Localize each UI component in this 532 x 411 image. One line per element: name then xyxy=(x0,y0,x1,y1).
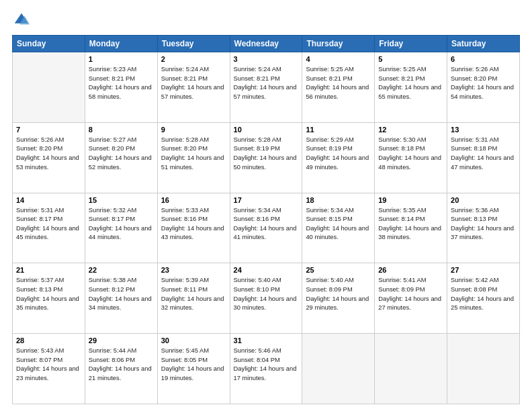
calendar-cell: 29 Sunrise: 5:44 AM Sunset: 8:06 PM Dayl… xyxy=(85,334,157,404)
cell-info: Sunrise: 5:27 AM Sunset: 8:20 PM Dayligh… xyxy=(89,135,154,172)
cell-info: Sunrise: 5:35 AM Sunset: 8:14 PM Dayligh… xyxy=(378,205,443,242)
calendar-day-header: Monday xyxy=(85,36,157,52)
daylight-text: Daylight: 14 hours and 58 minutes. xyxy=(89,83,154,101)
calendar-table: SundayMondayTuesdayWednesdayThursdayFrid… xyxy=(12,35,520,404)
calendar-week-row: 7 Sunrise: 5:26 AM Sunset: 8:20 PM Dayli… xyxy=(13,122,520,193)
day-number: 22 xyxy=(89,266,154,274)
sunrise-text: Sunrise: 5:32 AM xyxy=(89,205,154,215)
daylight-text: Daylight: 14 hours and 21 minutes. xyxy=(89,364,154,382)
cell-info: Sunrise: 5:25 AM Sunset: 8:21 PM Dayligh… xyxy=(378,64,443,101)
calendar-cell: 11 Sunrise: 5:29 AM Sunset: 8:19 PM Dayl… xyxy=(302,122,375,193)
daylight-text: Daylight: 14 hours and 48 minutes. xyxy=(378,153,443,171)
daylight-text: Daylight: 14 hours and 44 minutes. xyxy=(89,224,154,242)
sunset-text: Sunset: 8:17 PM xyxy=(89,214,154,224)
sunset-text: Sunset: 8:12 PM xyxy=(89,285,154,294)
sunrise-text: Sunrise: 5:28 AM xyxy=(161,135,226,144)
day-number: 30 xyxy=(161,336,226,345)
calendar-day-header: Sunday xyxy=(13,36,85,52)
day-number: 18 xyxy=(306,196,371,204)
sunrise-text: Sunrise: 5:24 AM xyxy=(234,64,299,74)
sunset-text: Sunset: 8:09 PM xyxy=(306,285,371,294)
daylight-text: Daylight: 14 hours and 53 minutes. xyxy=(16,153,81,171)
calendar-day-header: Saturday xyxy=(447,36,520,52)
calendar-cell: 6 Sunrise: 5:26 AM Sunset: 8:20 PM Dayli… xyxy=(447,52,520,123)
daylight-text: Daylight: 14 hours and 41 minutes. xyxy=(234,224,299,242)
calendar-cell: 9 Sunrise: 5:28 AM Sunset: 8:20 PM Dayli… xyxy=(157,122,230,193)
sunset-text: Sunset: 8:05 PM xyxy=(161,355,226,365)
sunrise-text: Sunrise: 5:30 AM xyxy=(378,135,443,144)
daylight-text: Daylight: 14 hours and 32 minutes. xyxy=(161,294,226,312)
day-number: 15 xyxy=(89,196,154,204)
calendar-cell: 23 Sunrise: 5:39 AM Sunset: 8:11 PM Dayl… xyxy=(157,263,230,334)
logo xyxy=(12,11,34,30)
day-number: 1 xyxy=(89,55,154,63)
day-number: 8 xyxy=(89,126,154,134)
daylight-text: Daylight: 14 hours and 43 minutes. xyxy=(161,224,226,242)
sunset-text: Sunset: 8:20 PM xyxy=(89,144,154,153)
day-number: 13 xyxy=(451,126,516,134)
sunset-text: Sunset: 8:19 PM xyxy=(306,144,371,153)
calendar-cell: 18 Sunrise: 5:34 AM Sunset: 8:15 PM Dayl… xyxy=(302,193,375,263)
cell-info: Sunrise: 5:28 AM Sunset: 8:20 PM Dayligh… xyxy=(161,135,226,172)
sunrise-text: Sunrise: 5:31 AM xyxy=(16,205,81,215)
daylight-text: Daylight: 14 hours and 34 minutes. xyxy=(89,294,154,312)
calendar-cell: 24 Sunrise: 5:40 AM Sunset: 8:10 PM Dayl… xyxy=(230,263,302,334)
sunrise-text: Sunrise: 5:33 AM xyxy=(161,205,226,215)
calendar-cell: 8 Sunrise: 5:27 AM Sunset: 8:20 PM Dayli… xyxy=(85,122,157,193)
calendar-header-row: SundayMondayTuesdayWednesdayThursdayFrid… xyxy=(13,36,520,52)
day-number: 12 xyxy=(378,126,443,134)
calendar-cell: 25 Sunrise: 5:40 AM Sunset: 8:09 PM Dayl… xyxy=(302,263,375,334)
cell-info: Sunrise: 5:36 AM Sunset: 8:13 PM Dayligh… xyxy=(451,205,516,242)
daylight-text: Daylight: 14 hours and 40 minutes. xyxy=(306,224,371,242)
daylight-text: Daylight: 14 hours and 25 minutes. xyxy=(451,294,516,312)
daylight-text: Daylight: 14 hours and 29 minutes. xyxy=(306,294,371,312)
sunset-text: Sunset: 8:14 PM xyxy=(378,214,443,224)
cell-info: Sunrise: 5:37 AM Sunset: 8:13 PM Dayligh… xyxy=(16,275,81,312)
daylight-text: Daylight: 14 hours and 49 minutes. xyxy=(306,153,371,171)
sunrise-text: Sunrise: 5:26 AM xyxy=(16,135,81,144)
sunset-text: Sunset: 8:08 PM xyxy=(451,285,516,294)
cell-info: Sunrise: 5:24 AM Sunset: 8:21 PM Dayligh… xyxy=(234,64,299,101)
calendar-week-row: 14 Sunrise: 5:31 AM Sunset: 8:17 PM Dayl… xyxy=(13,193,520,263)
daylight-text: Daylight: 14 hours and 51 minutes. xyxy=(161,153,226,171)
daylight-text: Daylight: 14 hours and 17 minutes. xyxy=(234,364,299,382)
daylight-text: Daylight: 14 hours and 47 minutes. xyxy=(451,153,516,171)
day-number: 23 xyxy=(161,266,226,274)
sunrise-text: Sunrise: 5:38 AM xyxy=(89,275,154,285)
cell-info: Sunrise: 5:32 AM Sunset: 8:17 PM Dayligh… xyxy=(89,205,154,242)
calendar-day-header: Thursday xyxy=(302,36,375,52)
sunrise-text: Sunrise: 5:44 AM xyxy=(89,346,154,355)
sunrise-text: Sunrise: 5:34 AM xyxy=(234,205,299,215)
calendar-week-row: 21 Sunrise: 5:37 AM Sunset: 8:13 PM Dayl… xyxy=(13,263,520,334)
cell-info: Sunrise: 5:34 AM Sunset: 8:15 PM Dayligh… xyxy=(306,205,371,242)
calendar-cell: 10 Sunrise: 5:28 AM Sunset: 8:19 PM Dayl… xyxy=(230,122,302,193)
day-number: 3 xyxy=(234,55,299,63)
daylight-text: Daylight: 14 hours and 27 minutes. xyxy=(378,294,443,312)
sunset-text: Sunset: 8:15 PM xyxy=(306,214,371,224)
daylight-text: Daylight: 14 hours and 54 minutes. xyxy=(451,83,516,101)
calendar-week-row: 1 Sunrise: 5:23 AM Sunset: 8:21 PM Dayli… xyxy=(13,52,520,123)
sunset-text: Sunset: 8:06 PM xyxy=(89,355,154,365)
sunset-text: Sunset: 8:18 PM xyxy=(451,144,516,153)
day-number: 6 xyxy=(451,55,516,63)
cell-info: Sunrise: 5:28 AM Sunset: 8:19 PM Dayligh… xyxy=(234,135,299,172)
calendar-cell: 22 Sunrise: 5:38 AM Sunset: 8:12 PM Dayl… xyxy=(85,263,157,334)
daylight-text: Daylight: 14 hours and 38 minutes. xyxy=(378,224,443,242)
day-number: 19 xyxy=(378,196,443,204)
calendar-cell: 15 Sunrise: 5:32 AM Sunset: 8:17 PM Dayl… xyxy=(85,193,157,263)
header xyxy=(12,11,520,30)
day-number: 14 xyxy=(16,196,81,204)
sunrise-text: Sunrise: 5:37 AM xyxy=(16,275,81,285)
daylight-text: Daylight: 14 hours and 23 minutes. xyxy=(16,364,81,382)
sunrise-text: Sunrise: 5:31 AM xyxy=(451,135,516,144)
cell-info: Sunrise: 5:31 AM Sunset: 8:17 PM Dayligh… xyxy=(16,205,81,242)
day-number: 16 xyxy=(161,196,226,204)
day-number: 9 xyxy=(161,126,226,134)
sunrise-text: Sunrise: 5:45 AM xyxy=(161,346,226,355)
calendar-cell: 2 Sunrise: 5:24 AM Sunset: 8:21 PM Dayli… xyxy=(157,52,230,123)
day-number: 26 xyxy=(378,266,443,274)
sunset-text: Sunset: 8:09 PM xyxy=(378,285,443,294)
daylight-text: Daylight: 14 hours and 55 minutes. xyxy=(378,83,443,101)
day-number: 20 xyxy=(451,196,516,204)
sunrise-text: Sunrise: 5:26 AM xyxy=(451,64,516,74)
